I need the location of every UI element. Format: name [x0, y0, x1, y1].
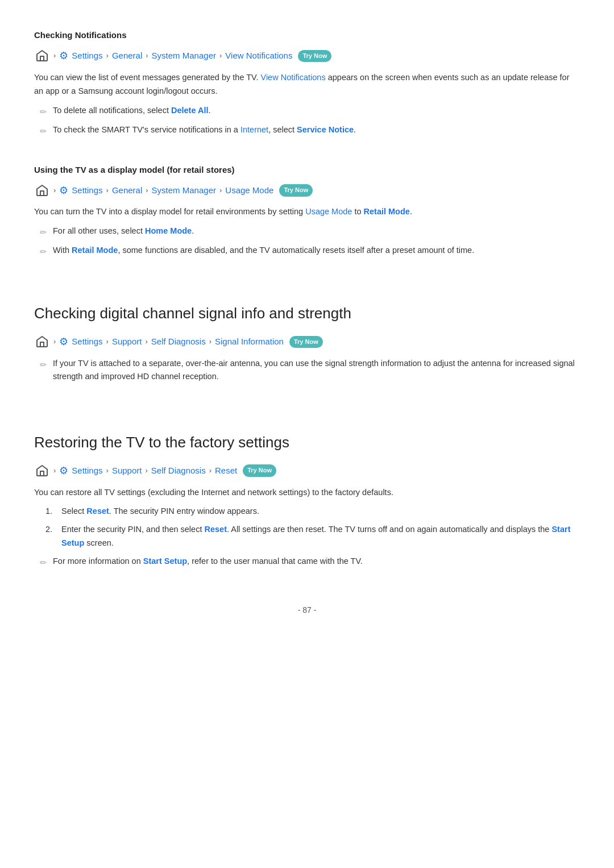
chevron-icon-11: › — [145, 336, 147, 348]
home-mode-link: Home Mode — [145, 226, 192, 235]
ordered-text-2: Enter the security PIN, and then select … — [61, 523, 580, 550]
pencil-icon-6: ✏ — [40, 556, 47, 570]
bullet-start-setup: ✏ For more information on Start Setup, r… — [40, 555, 580, 570]
ordered-num-1: 1. — [45, 505, 56, 518]
factory-settings-body: You can restore all TV settings (excludi… — [34, 486, 580, 500]
internet-link-1: Internet — [240, 125, 268, 134]
chevron-icon-16: › — [209, 465, 211, 477]
reset-link-2: Reset — [204, 525, 227, 534]
bullet-start-setup-text: For more information on Start Setup, ref… — [53, 555, 363, 568]
chevron-icon-10: › — [106, 336, 109, 348]
nav-general-2: General — [112, 184, 142, 197]
try-now-badge-1[interactable]: Try Now — [298, 50, 331, 63]
nav-support-1: Support — [112, 335, 142, 348]
pencil-icon-3: ✏ — [40, 226, 47, 239]
view-notifications-link: View Notifications — [260, 73, 325, 82]
nav-self-diagnosis-1: Self Diagnosis — [151, 335, 206, 348]
home-icon — [34, 48, 50, 64]
nav-general-1: General — [112, 49, 142, 63]
bullet-retail-mode-text: With Retail Mode, some functions are dis… — [53, 244, 474, 257]
ordered-num-2: 2. — [45, 523, 56, 536]
nav-reset: Reset — [215, 464, 237, 477]
chevron-icon-6: › — [106, 185, 109, 197]
chevron-icon-8: › — [219, 185, 222, 197]
retail-mode-link-2: Retail Mode — [72, 246, 118, 255]
bullet-antenna-text: If your TV is attached to a separate, ov… — [53, 357, 580, 383]
pencil-icon-1: ✏ — [40, 105, 47, 119]
ordered-list-reset: 1. Select Reset. The security PIN entry … — [45, 505, 580, 550]
try-now-badge-4[interactable]: Try Now — [243, 464, 276, 477]
display-model-body: You can turn the TV into a display model… — [34, 205, 580, 219]
bullet-home-mode: ✏ For all other uses, select Home Mode. — [40, 225, 580, 239]
nav-settings-1: Settings — [72, 49, 102, 63]
chevron-icon-7: › — [146, 185, 148, 197]
nav-support-2: Support — [112, 464, 142, 477]
nav-view-notifications: View Notifications — [225, 49, 292, 63]
home-icon-3 — [34, 334, 50, 350]
start-setup-link-1: Start Setup — [61, 525, 571, 547]
digital-channel-section: Checking digital channel signal info and… — [34, 302, 580, 383]
pencil-icon-5: ✏ — [40, 358, 47, 372]
factory-settings-section: Restoring the TV to the factory settings… — [34, 431, 580, 570]
factory-settings-title: Restoring the TV to the factory settings — [34, 431, 580, 455]
nav-path-signal: › ⚙ Settings › Support › Self Diagnosis … — [34, 334, 580, 350]
retail-mode-link-1: Retail Mode — [364, 207, 410, 216]
chevron-icon-4: › — [219, 50, 222, 62]
settings-gear-icon-2: ⚙ — [59, 182, 68, 199]
chevron-icon-15: › — [145, 465, 147, 477]
display-model-section: Using the TV as a display model (for ret… — [34, 163, 580, 259]
try-now-badge-3[interactable]: Try Now — [289, 336, 323, 348]
chevron-icon-1: › — [53, 50, 56, 62]
checking-notifications-section: Checking Notifications › ⚙ Settings › Ge… — [34, 28, 580, 138]
chevron-icon-5: › — [53, 185, 56, 197]
nav-settings-2: Settings — [72, 184, 102, 197]
try-now-badge-2[interactable]: Try Now — [279, 184, 313, 197]
nav-path-reset: › ⚙ Settings › Support › Self Diagnosis … — [34, 463, 580, 479]
service-notice-link: Service Notice — [297, 125, 354, 134]
ordered-item-1: 1. Select Reset. The security PIN entry … — [45, 505, 580, 518]
ordered-item-2: 2. Enter the security PIN, and then sele… — [45, 523, 580, 550]
ordered-text-1: Select Reset. The security PIN entry win… — [61, 505, 259, 518]
home-icon-2 — [34, 182, 50, 198]
chevron-icon-2: › — [106, 50, 109, 62]
checking-notifications-title: Checking Notifications — [34, 28, 580, 42]
bullet-service-notice: ✏ To check the SMART TV's service notifi… — [40, 123, 580, 138]
chevron-icon-13: › — [53, 465, 56, 477]
page-number: - 87 - — [34, 604, 580, 616]
display-model-title: Using the TV as a display model (for ret… — [34, 163, 580, 177]
nav-path-usage-mode: › ⚙ Settings › General › System Manager … — [34, 182, 580, 199]
notifications-body: You can view the list of event messages … — [34, 71, 580, 98]
delete-all-link: Delete All — [171, 106, 209, 115]
chevron-icon-9: › — [53, 336, 56, 348]
nav-system-manager-1: System Manager — [152, 49, 216, 63]
settings-gear-icon-3: ⚙ — [59, 334, 68, 350]
settings-gear-icon-1: ⚙ — [59, 48, 68, 64]
nav-settings-4: Settings — [72, 464, 102, 477]
nav-signal-information: Signal Information — [215, 335, 284, 348]
chevron-icon-14: › — [106, 465, 109, 477]
chevron-icon-12: › — [209, 336, 211, 348]
chevron-icon-3: › — [146, 50, 148, 62]
pencil-icon-4: ✏ — [40, 245, 47, 259]
pencil-icon-2: ✏ — [40, 124, 47, 138]
bullet-delete-all: ✏ To delete all notifications, select De… — [40, 104, 580, 119]
bullet-retail-mode: ✏ With Retail Mode, some functions are d… — [40, 244, 580, 259]
nav-usage-mode: Usage Mode — [225, 184, 273, 197]
usage-mode-link: Usage Mode — [305, 207, 352, 216]
bullet-delete-all-text: To delete all notifications, select Dele… — [53, 104, 211, 117]
reset-link-1: Reset — [86, 506, 109, 516]
nav-system-manager-2: System Manager — [152, 184, 216, 197]
start-setup-link-2: Start Setup — [143, 556, 187, 566]
nav-settings-3: Settings — [72, 335, 102, 348]
bullet-home-mode-text: For all other uses, select Home Mode. — [53, 225, 194, 238]
nav-self-diagnosis-2: Self Diagnosis — [151, 464, 206, 477]
digital-channel-title: Checking digital channel signal info and… — [34, 302, 580, 326]
home-icon-4 — [34, 463, 50, 479]
settings-gear-icon-4: ⚙ — [59, 463, 68, 479]
bullet-service-notice-text: To check the SMART TV's service notifica… — [53, 123, 356, 136]
nav-path-notifications: › ⚙ Settings › General › System Manager … — [34, 48, 580, 64]
bullet-antenna: ✏ If your TV is attached to a separate, … — [40, 357, 580, 383]
